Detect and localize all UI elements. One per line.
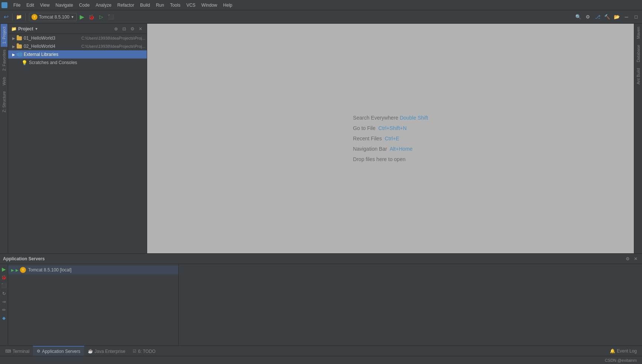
maximize-button[interactable]: □ [632,13,641,21]
tree-label-scratches: Scratches and Consoles [29,60,145,65]
menu-navigate[interactable]: Navigate [53,2,76,9]
settings-button[interactable]: ⚙ [583,13,592,21]
status-bar: CSDN @exitainm [0,356,642,364]
bottom-panel-actions: ⚙ ✕ [624,256,639,262]
run-config-label: Tomcat 8.5.100 [39,14,69,20]
event-log-icon: 🔔 [610,348,615,354]
run-config-chevron: ▼ [71,15,74,19]
project-panel-header: 📁 Project ▼ ⊕ ⊟ ⚙ ✕ [8,24,147,34]
server-name: Tomcat 8.5.100 [local] [28,267,72,273]
menu-build[interactable]: Build [137,2,153,9]
tab-app-servers-label: Application Servers [42,349,80,354]
panel-close-button[interactable]: ✕ [137,26,144,32]
debug-button[interactable]: 🐞 [87,13,96,21]
scope-button[interactable]: ⊕ [113,26,119,32]
java-enterprise-icon: ☕ [88,349,93,354]
tree-arrow-ext-libs: ▶ [11,52,16,57]
favorites-side-tab[interactable]: 2: Favorites [1,47,7,74]
tree-item-ext-libs[interactable]: ▶ External Libraries [8,50,147,59]
tab-app-servers[interactable]: ⚙ Application Servers [33,346,84,356]
bottom-panel-title: Application Servers [3,256,45,261]
menu-edit[interactable]: Edit [23,2,37,9]
bottom-panel: Application Servers ⚙ ✕ ▶ 🐞 ⬛ ↻ ⇒ ✏ ◆ ▶ … [0,253,642,345]
menu-vcs[interactable]: VCS [183,2,199,9]
tree-icon-ext-libs [16,51,22,57]
menu-analyze[interactable]: Analyze [93,2,115,9]
stop-server-button[interactable]: ⬛ [0,282,8,289]
side-tabs-left: 1: Project 2: Favorites Web Z: Structure [0,24,8,253]
diamond-button[interactable]: ◆ [0,314,8,322]
tab-java-enterprise[interactable]: ☕ Java Enterprise [84,346,129,356]
debug-server-button[interactable]: 🐞 [0,274,8,281]
tab-terminal[interactable]: ⌨ Terminal [1,346,33,356]
tab-todo[interactable]: ☑ 6: TODO [129,346,159,356]
menu-run[interactable]: Run [153,2,167,9]
editor-hints: Search Everywhere Double Shift Go to Fil… [353,113,428,164]
menu-help[interactable]: Help [220,2,235,9]
panel-header-actions: ⊕ ⊟ ⚙ ✕ [113,26,144,32]
toolbar: ↩ 📁 T Tomcat 8.5.100 ▼ ▶ 🐞 ▷ ⬛ 🔍 ⚙ ⎇ 🔨 📂… [0,10,642,24]
todo-icon: ☑ [133,349,136,354]
run-button[interactable]: ▶ [77,13,86,21]
search-everywhere-button[interactable]: 🔍 [574,13,583,21]
tree-arrow-hello3: ▶ [11,36,16,41]
tree-item-hello4[interactable]: ▶ 02_HelloWorld4 C:\Users\19938\IdeaProj… [8,42,147,50]
terminal-icon: ⌨ [5,349,11,354]
tree-arrow-hello4: ▶ [11,44,16,49]
server-list: ▶ ▶ T Tomcat 8.5.100 [local] [8,264,179,345]
server-detail-area [179,264,642,345]
web-side-tab[interactable]: Web [1,74,7,88]
database-side-tab[interactable]: Database [635,42,642,65]
bottom-panel-close[interactable]: ✕ [632,256,639,262]
coverage-button[interactable]: ▷ [97,13,106,21]
open-file-button[interactable]: 📁 [14,13,23,21]
menu-window[interactable]: Window [198,2,220,9]
bottom-panel-settings[interactable]: ⚙ [624,256,631,262]
menu-bar: File Edit View Navigate Code Analyze Ref… [0,0,642,10]
tree-label-hello4: 02_HelloWorld4 [24,44,80,49]
hint-navbar: Navigation Bar Alt+Home [353,144,428,154]
hint-drop: Drop files here to open [353,154,428,164]
server-item-tomcat[interactable]: ▶ ▶ T Tomcat 8.5.100 [local] [8,266,178,274]
menu-refactor[interactable]: Refactor [115,2,137,9]
open-project-button[interactable]: 📂 [612,13,621,21]
edit-config-bottom-button[interactable]: ✏ [0,306,8,314]
tree-item-hello3[interactable]: ▶ 01_HelloWorld3 C:\Users\19938\IdeaProj… [8,34,147,42]
status-right[interactable]: CSDN @exitainm [603,358,639,363]
event-log-tab[interactable]: 🔔 Event Log [606,347,641,355]
stop-button[interactable]: ⬛ [106,13,115,21]
build-project-button[interactable]: 🔨 [603,13,612,21]
tab-terminal-label: Terminal [13,349,29,354]
run-config-dropdown[interactable]: T Tomcat 8.5.100 ▼ [29,13,77,21]
project-side-tab[interactable]: 1: Project [1,24,7,47]
main-area: 1: Project 2: Favorites Web Z: Structure… [0,24,642,253]
tree-item-scratches[interactable]: 💡 Scratches and Consoles [8,59,147,67]
resume-button[interactable]: ⇒ [0,298,8,305]
structure-side-tab[interactable]: Z: Structure [1,88,7,115]
project-panel-title[interactable]: 📁 Project ▼ [11,26,38,31]
maven-side-tab[interactable]: Maven [635,24,642,42]
bottom-content: ▶ 🐞 ⬛ ↻ ⇒ ✏ ◆ ▶ ▶ T Tomcat 8.5.100 [loca… [0,264,642,345]
menu-code[interactable]: Code [76,2,93,9]
side-tabs-right: Maven Database Ant Build [634,24,642,253]
editor-area: Search Everywhere Double Shift Go to Fil… [147,24,634,253]
tree-label-ext-libs: External Libraries [24,52,145,57]
ant-build-side-tab[interactable]: Ant Build [635,65,642,87]
vcs-button[interactable]: ⎇ [593,13,602,21]
hint-search: Search Everywhere Double Shift [353,113,428,123]
collapse-all-button[interactable]: ⊟ [121,26,128,32]
tree-label-hello3: 01_HelloWorld3 [24,36,80,41]
menu-file[interactable]: File [10,2,23,9]
start-server-button[interactable]: ▶ [0,266,8,273]
tab-java-enterprise-label: Java Enterprise [95,349,125,354]
menu-view[interactable]: View [37,2,53,9]
hint-recent: Recent Files Ctrl+E [353,133,428,144]
toolbar-right: 🔍 ⚙ ⎇ 🔨 📂 ─ □ [574,13,641,21]
footer-tabs: ⌨ Terminal ⚙ Application Servers ☕ Java … [0,345,642,356]
redeploy-button[interactable]: ↻ [0,290,8,297]
back-button[interactable]: ↩ [1,13,10,21]
panel-settings-button[interactable]: ⚙ [129,26,136,32]
menu-tools[interactable]: Tools [167,2,183,9]
app-icon [1,2,7,8]
minimize-button[interactable]: ─ [622,13,631,21]
